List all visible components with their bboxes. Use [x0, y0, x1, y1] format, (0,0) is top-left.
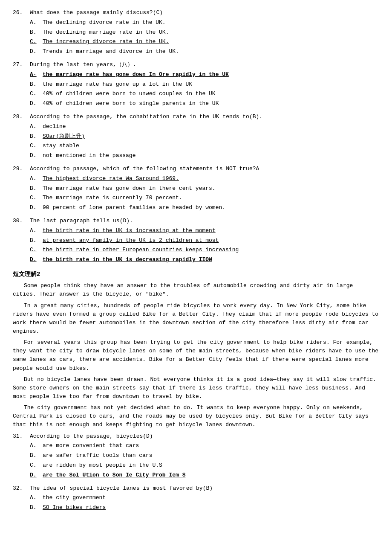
question-line: 27.During the last ten years,（八）. — [13, 61, 379, 70]
question-text: According to passage, which of the follo… — [30, 165, 379, 174]
option-line: B.are safer traffic tools than cars — [30, 451, 379, 460]
option-line: D.are the Sol Ution to Son Ie City Prob … — [30, 471, 379, 480]
option-line: C.are ridden by most people in the U.S — [30, 461, 379, 470]
option-line: A.the birth rate in the UK is increasing… — [30, 227, 379, 235]
passage-paragraph: Some people think they have an answer to… — [13, 282, 379, 299]
question-block: 32.The idea of special bicycle lanes is … — [13, 484, 379, 512]
option-label: C. — [30, 461, 43, 470]
option-label: C. — [30, 38, 43, 46]
question-text: The idea of special bicycle lanes is mos… — [30, 484, 379, 493]
option-line: B.SO Ine bikes riders — [30, 503, 379, 512]
option-line: B.The marriage rate has gone down in the… — [30, 184, 379, 193]
question-number: 26. — [13, 9, 30, 17]
option-text: are ridden by most people in the U.S — [43, 461, 379, 470]
option-line: A.The declining divorce rate in the UK. — [30, 18, 379, 27]
option-line: A.the city government — [30, 494, 379, 503]
option-text: the marriage rate has gone down In Ore r… — [43, 70, 379, 79]
option-text: The declining marriage rate in the UK. — [43, 28, 379, 37]
passage-paragraph: In a great many cities, hundreds of peop… — [13, 302, 379, 336]
question-number: 32. — [13, 484, 30, 493]
question-number: 28. — [13, 113, 30, 122]
option-label: A. — [30, 122, 43, 131]
section-2-title: 短文理解2 — [13, 270, 379, 279]
option-label: B. — [30, 28, 43, 37]
option-line: B.SOar(急剧上升) — [30, 132, 379, 141]
option-label: C. — [30, 90, 43, 99]
question-line: 29.According to passage, which of the fo… — [13, 165, 379, 174]
option-line: A.decline — [30, 122, 379, 131]
option-line: D.40% of children were born to single pa… — [30, 99, 379, 108]
option-text: The marriage rate is currently 70 percen… — [43, 194, 379, 203]
passage-paragraph: The city government has not yet decided … — [13, 404, 379, 429]
option-line: D.90 percent of lone parent families are… — [30, 203, 379, 212]
question-line: 26.What does the passage mainly discuss?… — [13, 9, 379, 17]
option-line: D.not mentioned in the passage — [30, 151, 379, 160]
option-text: decline — [43, 122, 379, 131]
question-text: The last paragraph tells us(D). — [30, 217, 379, 226]
option-label: B. — [30, 451, 43, 460]
option-text: the marriage rate has gone up a lot in t… — [43, 80, 379, 89]
option-label: B. — [30, 184, 43, 193]
option-label: A. — [30, 494, 43, 503]
option-text: The increasing divorce rate in the UK. — [43, 38, 379, 46]
option-line: C.the birth rate in other European count… — [30, 246, 379, 255]
option-label: C. — [30, 142, 43, 151]
section-2: 短文理解2Some people think they have an answ… — [13, 270, 379, 512]
question-block: 30.The last paragraph tells us(D).A.the … — [13, 217, 379, 264]
option-text: The highest divorce rate Wa Saround 1969… — [43, 174, 379, 183]
option-line: A·the marriage rate has gone down In Ore… — [30, 70, 379, 79]
option-line: A.are more convenient that cars — [30, 442, 379, 450]
option-line: C.40% of children were born to unwed cou… — [30, 90, 379, 99]
option-label: A. — [30, 227, 43, 235]
question-text: According to the passage, bicycles(D) — [30, 432, 379, 441]
option-line: B.the marriage rate has gone up a lot in… — [30, 80, 379, 89]
option-line: B.at present any family in the UK is 2 c… — [30, 236, 379, 245]
question-line: 30.The last paragraph tells us(D). — [13, 217, 379, 226]
question-block: 26.What does the passage mainly discuss?… — [13, 9, 379, 56]
option-label: A. — [30, 442, 43, 450]
option-text: not mentioned in the passage — [43, 151, 379, 160]
option-label: D. — [30, 256, 43, 264]
option-label: C. — [30, 246, 43, 255]
option-label: C. — [30, 194, 43, 203]
question-text: According to the passage, the cohabitati… — [30, 113, 379, 122]
passage-paragraph: For several years this group has been tr… — [13, 338, 379, 373]
question-block: 27.During the last ten years,（八）.A·the m… — [13, 61, 379, 108]
question-line: 31.According to the passage, bicycles(D) — [13, 432, 379, 441]
question-block: 28.According to the passage, the cohabit… — [13, 113, 379, 160]
question-number: 30. — [13, 217, 30, 226]
option-text: SO Ine bikes riders — [43, 503, 379, 512]
option-text: The marriage rate has gone down in there… — [43, 184, 379, 193]
option-label: A. — [30, 18, 43, 27]
option-text: the birth rate in other European countri… — [43, 246, 379, 255]
option-line: D.Trends in marriage and divorce in the … — [30, 47, 379, 56]
option-text: Trends in marriage and divorce in the UK… — [43, 47, 379, 56]
option-text: SOar(急剧上升) — [43, 132, 379, 141]
option-text: 40% of children were born to single pare… — [43, 99, 379, 108]
option-line: A.The highest divorce rate Wa Saround 19… — [30, 174, 379, 183]
question-text: What does the passage mainly discuss?(C) — [30, 9, 379, 17]
question-number: 27. — [13, 61, 30, 70]
option-label: B. — [30, 80, 43, 89]
questions-section-1: 26.What does the passage mainly discuss?… — [13, 9, 379, 264]
option-line: B.The declining marriage rate in the UK. — [30, 28, 379, 37]
option-label: D. — [30, 99, 43, 108]
question-line: 32.The idea of special bicycle lanes is … — [13, 484, 379, 493]
question-number: 29. — [13, 165, 30, 174]
option-text: the city government — [43, 494, 379, 503]
passage-paragraph: But no bicycle lanes have been drawn. No… — [13, 375, 379, 401]
option-text: 40% of children were born to unwed coupl… — [43, 90, 379, 99]
option-text: are more convenient that cars — [43, 442, 379, 450]
option-line: D.the birth rate in the UK is decreasing… — [30, 256, 379, 264]
option-label: D. — [30, 471, 43, 480]
question-number: 31. — [13, 432, 30, 441]
option-label: A. — [30, 174, 43, 183]
option-label: B. — [30, 132, 43, 141]
option-line: C.stay stable — [30, 142, 379, 151]
option-text: are the Sol Ution to Son Ie City Prob Ie… — [43, 471, 379, 480]
option-text: stay stable — [43, 142, 379, 151]
option-label: D. — [30, 203, 43, 212]
option-label: B. — [30, 503, 43, 512]
option-label: D. — [30, 151, 43, 160]
question-block: 31.According to the passage, bicycles(D)… — [13, 432, 379, 480]
